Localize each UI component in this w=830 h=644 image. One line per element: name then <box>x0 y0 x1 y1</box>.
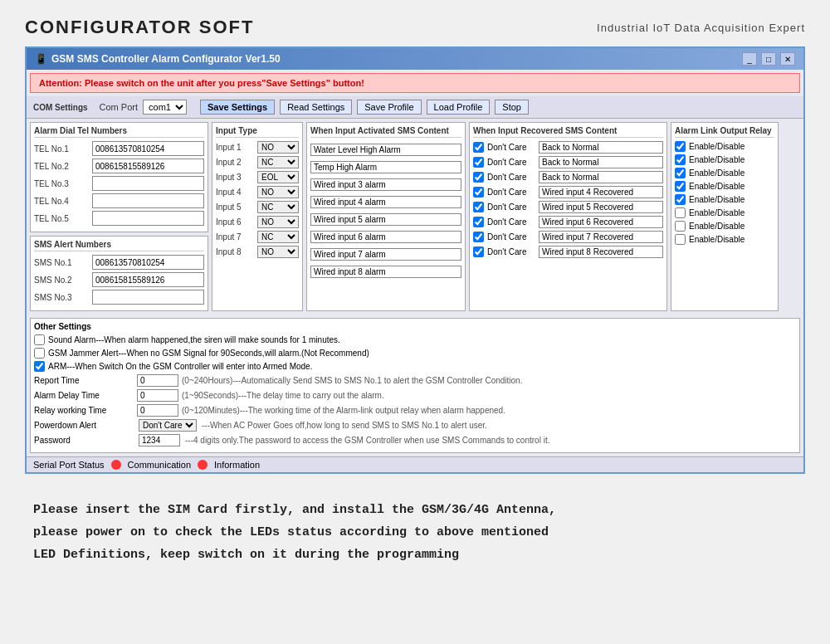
dont-care-label-7: Don't Care <box>487 232 535 242</box>
tel-input-2[interactable] <box>92 159 204 173</box>
input-type-select-1[interactable]: NONCEOL <box>257 141 299 154</box>
recovered-sms-input-2[interactable] <box>539 156 663 168</box>
tel-input-1[interactable] <box>92 141 204 156</box>
input-type-label-7: Input 7 <box>216 232 257 242</box>
sms-label-2: SMS No.2 <box>34 276 92 285</box>
alarm-link-check-1[interactable] <box>675 141 686 152</box>
recovered-sms-row-7: Don't Care <box>473 231 663 243</box>
activated-sms-row-4 <box>310 193 461 208</box>
recovered-sms-input-1[interactable] <box>539 141 663 154</box>
other-field-input-1[interactable] <box>137 374 178 387</box>
dont-care-label-4: Don't Care <box>487 188 535 197</box>
other-field-label-1: Report Time <box>34 376 134 385</box>
recovered-dont-care-6[interactable] <box>473 217 484 227</box>
dont-care-label-5: Don't Care <box>487 202 535 212</box>
alarm-link-label-4: Enable/Disable <box>689 182 745 191</box>
stop-button[interactable]: Stop <box>495 100 529 115</box>
input-type-section: Input Type Input 1 NONCEOLInput 2 NONCEO… <box>212 122 303 311</box>
input-type-label-2: Input 2 <box>216 158 257 167</box>
recovered-sms-input-6[interactable] <box>539 216 663 228</box>
password-input[interactable] <box>139 434 180 446</box>
window-title-text: GSM SMS Controller Alarm Configurator Ve… <box>51 53 281 65</box>
activated-sms-input-5[interactable] <box>310 213 461 226</box>
com-port-select[interactable]: com1 <box>143 100 187 115</box>
input-type-select-6[interactable]: NONCEOL <box>257 216 299 228</box>
recovered-sms-input-7[interactable] <box>539 231 663 243</box>
recovered-sms-input-3[interactable] <box>539 171 663 183</box>
alarm-link-check-6[interactable] <box>675 207 686 218</box>
alarm-link-check-8[interactable] <box>675 234 686 245</box>
activated-sms-section: When Input Activated SMS Content <box>306 122 466 311</box>
alarm-link-row-3: Enable/Disable <box>675 168 774 178</box>
sms-input-2[interactable] <box>92 272 204 287</box>
recovered-dont-care-8[interactable] <box>473 246 484 257</box>
activated-sms-input-4[interactable] <box>310 196 461 208</box>
recovered-dont-care-3[interactable] <box>473 172 484 183</box>
alarm-link-check-2[interactable] <box>675 154 686 165</box>
other-checkbox-label-2: GSM Jammer Alert---When no GSM Signal fo… <box>48 349 369 358</box>
other-checkbox-2[interactable] <box>34 348 45 359</box>
recovered-dont-care-1[interactable] <box>473 142 484 153</box>
tel-input-5[interactable] <box>92 211 204 226</box>
activated-sms-input-1[interactable] <box>310 144 461 156</box>
alarm-link-label-7: Enable/Disable <box>689 222 745 231</box>
powerdown-row: Powerdown Alert Don't Care1Min5Min10Min … <box>34 419 796 432</box>
alarm-link-row-6: Enable/Disable <box>675 207 774 218</box>
alarm-link-check-4[interactable] <box>675 181 686 192</box>
alarm-link-label-3: Enable/Disable <box>689 168 745 178</box>
input-type-row-2: Input 2 NONCEOL <box>216 156 299 168</box>
activated-sms-input-3[interactable] <box>310 178 461 191</box>
input-type-select-4[interactable]: NONCEOL <box>257 186 299 198</box>
tel-row-5: TEL No.5 <box>34 211 204 226</box>
input-type-select-7[interactable]: NONCEOL <box>257 231 299 243</box>
recovered-sms-input-4[interactable] <box>539 186 663 198</box>
other-field-input-2[interactable] <box>137 389 178 402</box>
input-type-select-5[interactable]: NONCEOL <box>257 201 299 213</box>
input-type-row-3: Input 3 NONCEOL <box>216 171 299 183</box>
tel-input-3[interactable] <box>92 176 204 191</box>
input-type-select-8[interactable]: NONCEOL <box>257 246 299 258</box>
load-profile-button[interactable]: Load Profile <box>427 100 491 115</box>
recovered-dont-care-4[interactable] <box>473 187 484 198</box>
minimize-button[interactable]: _ <box>742 52 757 66</box>
other-field-row-3: Relay working Time (0~120Minutes)---The … <box>34 404 796 417</box>
tel-label-5: TEL No.5 <box>34 214 92 223</box>
read-settings-button[interactable]: Read Settings <box>280 100 352 115</box>
recovered-sms-input-8[interactable] <box>539 246 663 258</box>
recovered-dont-care-2[interactable] <box>473 157 484 168</box>
tel-row-4: TEL No.4 <box>34 193 204 208</box>
alarm-link-check-5[interactable] <box>675 194 686 205</box>
sms-alert-section: SMS Alert Numbers SMS No.1 SMS No.2 SMS … <box>30 236 208 311</box>
save-settings-button[interactable]: Save Settings <box>200 100 275 115</box>
sms-label-1: SMS No.1 <box>34 258 92 267</box>
alarm-link-check-3[interactable] <box>675 168 686 178</box>
powerdown-select[interactable]: Don't Care1Min5Min10Min <box>139 419 197 432</box>
activated-sms-input-2[interactable] <box>310 161 461 173</box>
tel-input-4[interactable] <box>92 193 204 208</box>
input-type-select-2[interactable]: NONCEOL <box>257 156 299 168</box>
recovered-sms-input-5[interactable] <box>539 201 663 213</box>
save-profile-button[interactable]: Save Profile <box>357 100 421 115</box>
other-checkbox-1[interactable] <box>34 334 45 345</box>
input-type-row-4: Input 4 NONCEOL <box>216 186 299 198</box>
alarm-link-check-7[interactable] <box>675 221 686 232</box>
sms-input-3[interactable] <box>92 290 204 305</box>
input-type-select-3[interactable]: NONCEOL <box>257 171 299 183</box>
recovered-dont-care-5[interactable] <box>473 202 484 212</box>
close-button[interactable]: ✕ <box>780 52 795 66</box>
sms-input-1[interactable] <box>92 255 204 270</box>
sms-alert-title: SMS Alert Numbers <box>34 240 204 251</box>
other-checkbox-3[interactable] <box>34 361 45 372</box>
activated-sms-input-7[interactable] <box>310 248 461 261</box>
activated-sms-input-6[interactable] <box>310 231 461 243</box>
information-label: Information <box>214 460 260 470</box>
maximize-button[interactable]: □ <box>761 52 776 66</box>
input-type-label-4: Input 4 <box>216 188 257 197</box>
activated-sms-row-3 <box>310 176 461 191</box>
other-checkbox-row-1: Sound Alarm---When alarm happened,the si… <box>34 334 796 345</box>
other-field-input-3[interactable] <box>137 404 178 417</box>
input-type-row-6: Input 6 NONCEOL <box>216 216 299 228</box>
activated-sms-input-8[interactable] <box>310 266 461 278</box>
other-field-row-2: Alarm Delay Time (1~90Seconds)---The del… <box>34 389 796 402</box>
recovered-dont-care-7[interactable] <box>473 232 484 242</box>
